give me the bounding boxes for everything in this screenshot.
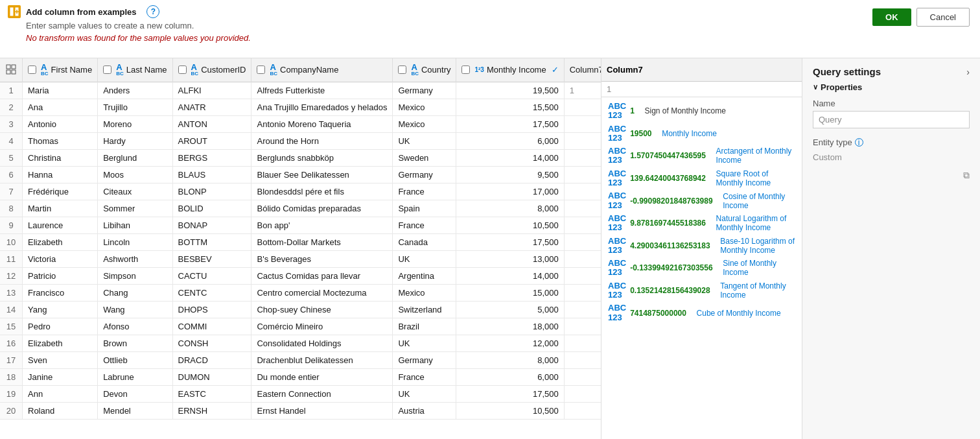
th-last-name[interactable]: ABC Last Name [98,58,172,82]
cell-row-num: 9 [0,217,23,233]
cell-first-name: Frédérique [23,183,98,200]
income-checked-icon: ✓ [552,65,559,75]
banner-subtitle: Enter sample values to create a new colu… [26,21,251,30]
suggestion-item[interactable]: ABC1231.5707450447436595 Arctangent of M… [601,145,802,167]
table-row: 4 Thomas Hardy AROUT Around the Horn UK … [0,132,601,149]
cell-customer-id: BLAUS [172,166,251,183]
cell-monthly-income: 13,000 [456,250,564,267]
cell-country: France [393,183,456,200]
cell-column7 [564,385,601,402]
suggestion-item[interactable]: ABC1231 Sign of Monthly Income [601,100,802,123]
column7-panel-title: Column7 [607,65,643,75]
suggestion-item[interactable]: ABC123-0.99098201848763989 Cosine of Mon… [601,189,802,212]
cell-last-name: Hardy [98,132,172,149]
suggestion-item[interactable]: ABC1234.29003461136253183 Base-10 Logari… [601,235,802,257]
suggestion-label: Base-10 Logarithm of Monthly Income [720,237,795,255]
help-icon[interactable]: ? [146,5,159,18]
cell-column7: 1 [564,82,601,99]
column7-input[interactable] [601,82,802,97]
suggestion-value: 1 [630,106,635,115]
svg-rect-0 [10,7,14,16]
suggestion-item[interactable]: ABC123139.64240043768942 Square Root of … [601,167,802,190]
cell-customer-id: ANATR [172,99,251,115]
type-icon-monthly-income: 1²3 [474,67,484,73]
cell-last-name: Afonso [98,318,172,335]
suggestion-badge: ABC123 [608,169,626,188]
suggestion-item[interactable]: ABC1239.8781697445518386 Natural Logarit… [601,212,802,235]
name-input[interactable] [813,111,970,128]
suggestion-label: Natural Logarithm of Monthly Income [716,214,795,232]
cell-first-name: Antonio [23,115,98,132]
column7-panel-header: Column7 [601,58,802,82]
type-icon-company-name: ABC [270,63,277,77]
th-customer-id-label: CustomerID [201,65,246,75]
cell-last-name: Devon [98,385,172,402]
cell-monthly-income: 5,000 [456,301,564,318]
cell-first-name: Maria [23,82,98,99]
cb-first-name[interactable] [28,65,36,74]
cell-country: Spain [393,200,456,217]
sidebar-expand-icon[interactable]: › [966,67,970,77]
cell-company-name: Drachenblut Delikatessen [251,351,393,368]
th-customer-id[interactable]: ABC CustomerID [172,58,251,82]
suggestion-item[interactable]: ABC1237414875000000 Cube of Monthly Inco… [601,302,802,324]
cell-last-name: Libihan [98,217,172,233]
cancel-button[interactable]: Cancel [916,8,970,27]
cell-company-name: Comércio Mineiro [251,318,393,335]
cb-monthly-income[interactable] [461,65,470,74]
cell-column7 [564,402,601,419]
add-column-icon [8,5,21,18]
suggestion-badge: ABC123 [608,259,626,278]
entity-type-section: Entity type i Custom [813,137,970,165]
table-row: 18 Janine Labrune DUMON Du monde entier … [0,368,601,385]
right-sidebar: Query settings › ∨ Properties Name Entit… [802,58,980,439]
cell-monthly-income: 17,500 [456,115,564,132]
suggestion-item[interactable]: ABC1230.13521428156439028 Tangent of Mon… [601,279,802,302]
suggestion-value: 9.8781697445518386 [630,219,706,228]
table-row: 16 Elizabeth Brown CONSH Consolidated Ho… [0,335,601,351]
cell-monthly-income: 19,500 [456,82,564,99]
cell-monthly-income: 18,000 [456,318,564,335]
cell-company-name: Ana Trujillo Emaredados y helados [251,99,393,115]
cell-last-name: Wang [98,301,172,318]
cell-company-name: Eastern Connection [251,385,393,402]
ok-button[interactable]: OK [872,8,911,26]
th-company-name[interactable]: ABC CompanyName [251,58,393,82]
cell-last-name: Sommer [98,200,172,217]
data-panel[interactable]: ABC First Name ABC Last Name [0,58,601,439]
suggestion-list: ABC1231 Sign of Monthly IncomeABC1231950… [601,97,802,327]
th-country-label: Country [421,65,451,75]
th-country[interactable]: ABC Country [393,58,456,82]
table-row: 15 Pedro Afonso COMMI Comércio Mineiro B… [0,318,601,335]
cell-country: Mexico [393,284,456,301]
cell-customer-id: BESBEV [172,250,251,267]
cell-row-num: 2 [0,99,23,115]
copy-icon[interactable]: ⧉ [963,170,970,181]
suggestion-item[interactable]: ABC123-0.13399492167303556 Sine of Month… [601,257,802,279]
table-row: 11 Victoria Ashworth BESBEV B's Beverage… [0,250,601,267]
cell-customer-id: ALFKI [172,82,251,99]
th-monthly-income[interactable]: 1²3 Monthly Income ✓ [456,58,564,82]
suggestion-item[interactable]: ABC12319500 Monthly Income [601,123,802,145]
cell-first-name: Patricio [23,267,98,284]
cb-last-name[interactable] [103,65,111,74]
table-row: 19 Ann Devon EASTC Eastern Connection UK… [0,385,601,402]
cell-column7 [564,318,601,335]
th-first-name[interactable]: ABC First Name [23,58,98,82]
cell-first-name: Martin [23,200,98,217]
th-row-num [0,58,23,82]
cell-country: Mexico [393,99,456,115]
cb-customer-id[interactable] [178,65,187,74]
cell-company-name: Centro comercial Moctezuma [251,284,393,301]
cell-last-name: Ashworth [98,250,172,267]
svg-rect-5 [12,65,16,69]
cell-last-name: Trujillo [98,99,172,115]
cb-country[interactable] [398,65,406,74]
cell-first-name: Laurence [23,217,98,233]
cell-country: UK [393,385,456,402]
cell-customer-id: BERGS [172,149,251,166]
cell-column7 [564,217,601,233]
cell-last-name: Labrune [98,368,172,385]
cb-company-name[interactable] [257,65,265,74]
cell-country: France [393,217,456,233]
